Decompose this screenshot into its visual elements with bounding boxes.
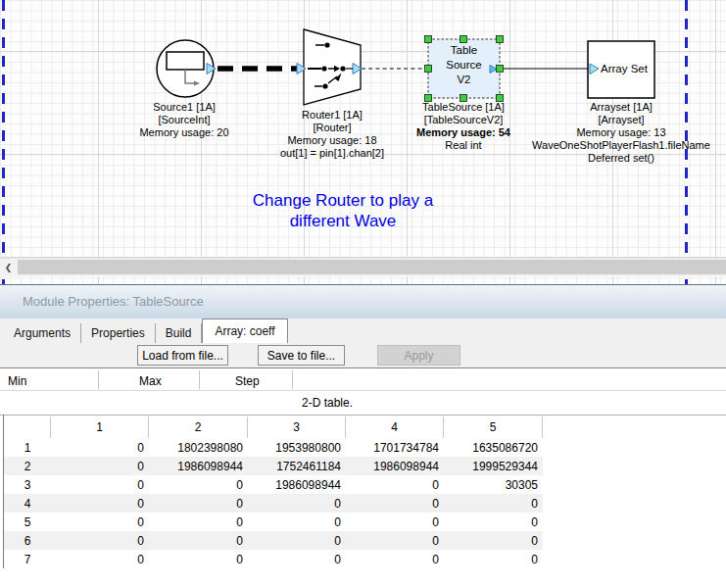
table-cell[interactable]: 1986098944 xyxy=(346,457,444,475)
properties-tabbar: Arguments Properties Build Array: coeff xyxy=(4,319,288,343)
scroll-left-button[interactable]: ❮ xyxy=(0,259,17,275)
min-label: Min xyxy=(8,374,26,388)
coeff-table-header: 1 2 3 4 5 xyxy=(4,416,543,438)
table-cell[interactable]: 0 xyxy=(51,513,149,531)
tablesource-body-label: Table Source V2 xyxy=(428,43,500,87)
apply-button[interactable]: Apply xyxy=(377,345,460,366)
column-header[interactable]: 4 xyxy=(346,416,444,438)
tab-properties[interactable]: Properties xyxy=(81,323,156,343)
row-header[interactable]: 4 xyxy=(4,494,51,513)
arrayset-body-label: Array Set xyxy=(601,62,652,76)
table-cell[interactable]: 0 xyxy=(444,494,543,513)
table-cell[interactable]: 1986098944 xyxy=(248,475,346,494)
table-row: 2019860989441752461184198609894419995293… xyxy=(4,457,543,475)
table-cell[interactable]: 0 xyxy=(346,494,444,513)
column-header[interactable]: 1 xyxy=(51,416,149,438)
table-cell[interactable]: 1999529344 xyxy=(444,457,543,475)
row-header[interactable]: 3 xyxy=(4,475,51,494)
table-cell[interactable]: 0 xyxy=(346,475,444,494)
corner-header-cell xyxy=(4,416,51,438)
table-cell[interactable]: 1635086720 xyxy=(444,438,543,457)
caption-line: Deferred set() xyxy=(513,152,726,165)
array-grid-area: Min Max Step 2-D table. 1 2 3 4 5 101802… xyxy=(0,368,726,588)
table-cell[interactable]: 0 xyxy=(248,531,346,550)
row-header[interactable]: 1 xyxy=(4,438,51,457)
row-header[interactable]: 6 xyxy=(4,531,51,550)
module-properties-body: Arguments Properties Build Array: coeff … xyxy=(0,318,726,588)
panel-title: Module Properties: TableSource xyxy=(23,294,204,309)
table-cell[interactable]: 0 xyxy=(149,475,248,494)
router1-block[interactable] xyxy=(297,29,362,105)
field-separator xyxy=(292,370,293,389)
grid-top-border xyxy=(0,415,726,416)
column-header[interactable]: 5 xyxy=(444,416,543,438)
table-cell[interactable]: 0 xyxy=(149,550,248,568)
table-cell[interactable]: 0 xyxy=(346,550,444,568)
max-label: Max xyxy=(139,374,162,388)
row-header[interactable]: 7 xyxy=(4,550,51,568)
canvas-annotation-text: Change Router to play a different Wave xyxy=(225,190,460,231)
table-cell[interactable]: 0 xyxy=(346,513,444,531)
table-cell[interactable]: 0 xyxy=(248,513,346,531)
table-row: 700000 xyxy=(4,550,543,568)
table-cell[interactable]: 0 xyxy=(248,494,346,513)
table-row: 500000 xyxy=(4,513,543,531)
column-header[interactable]: 2 xyxy=(149,416,248,438)
step-label: Step xyxy=(235,374,260,388)
field-separator xyxy=(199,370,200,389)
load-from-file-button[interactable]: Load from file... xyxy=(137,345,228,366)
tab-build[interactable]: Build xyxy=(156,323,203,343)
table-cell[interactable]: 1701734784 xyxy=(346,438,444,457)
table-cell[interactable]: 0 xyxy=(51,475,149,494)
table-row: 1018023980801953980800170173478416350867… xyxy=(4,438,543,457)
schematic-canvas[interactable]: Table Source V2 Array Set Source1 [1A] [… xyxy=(0,0,726,284)
table-row: 400000 xyxy=(4,494,543,513)
table-cell[interactable]: 0 xyxy=(51,438,149,457)
caption-line: Arrayset [1A] xyxy=(513,101,726,114)
source1-block[interactable] xyxy=(157,40,216,97)
field-underline xyxy=(0,390,726,391)
caption-line: [SourceInt] xyxy=(106,114,263,126)
tab-arguments[interactable]: Arguments xyxy=(4,323,81,343)
table-cell[interactable]: 0 xyxy=(444,550,543,568)
scrollbar-thumb[interactable] xyxy=(18,260,726,274)
table-cell[interactable]: 0 xyxy=(51,494,149,513)
table-cell[interactable]: 1802398080 xyxy=(149,438,248,457)
table-cell[interactable]: 0 xyxy=(444,513,543,531)
coeff-table-rows: 1018023980801953980800170173478416350867… xyxy=(4,438,543,568)
coeff-table: 1 2 3 4 5 101802398080195398080017017347… xyxy=(4,416,543,568)
field-separator xyxy=(98,370,99,389)
table-cell[interactable]: 0 xyxy=(248,550,346,568)
table-cell[interactable]: 0 xyxy=(149,494,248,513)
table-cell[interactable]: 0 xyxy=(51,531,149,550)
caption-line: WaveOneShotPlayerFlash1.fileName xyxy=(513,139,726,152)
table-cell[interactable]: 0 xyxy=(346,531,444,550)
column-header[interactable]: 3 xyxy=(248,416,346,438)
table-cell[interactable]: 0 xyxy=(149,513,248,531)
caption-line: [Arrayset] xyxy=(513,114,726,126)
table-dimension-note: 2-D table. xyxy=(302,396,353,410)
table-cell[interactable]: 1986098944 xyxy=(149,457,248,475)
table-row: 3001986098944030305 xyxy=(4,475,543,494)
table-cell[interactable]: 1752461184 xyxy=(248,457,346,475)
module-properties-header: Module Properties: TableSource xyxy=(0,284,726,318)
table-cell[interactable]: 30305 xyxy=(444,475,543,494)
caption-line: Memory usage: 20 xyxy=(106,126,263,139)
caption-line: Source1 [1A] xyxy=(106,101,263,114)
row-header[interactable]: 2 xyxy=(4,457,51,475)
caption-line: Memory usage: 13 xyxy=(513,126,726,139)
horizontal-scrollbar[interactable]: ❮ xyxy=(0,258,726,276)
app-window: Table Source V2 Array Set Source1 [1A] [… xyxy=(0,0,726,588)
row-header[interactable]: 5 xyxy=(4,513,51,531)
arrayset-caption: Arrayset [1A] [Arrayset] Memory usage: 1… xyxy=(513,101,726,165)
table-row: 600000 xyxy=(4,531,543,550)
source1-caption: Source1 [1A] [SourceInt] Memory usage: 2… xyxy=(106,101,263,139)
tab-array-coeff[interactable]: Array: coeff xyxy=(202,318,287,343)
table-cell[interactable]: 0 xyxy=(51,457,149,475)
table-cell[interactable]: 0 xyxy=(51,550,149,568)
table-cell[interactable]: 0 xyxy=(149,531,248,550)
table-cell[interactable]: 1953980800 xyxy=(248,438,346,457)
table-cell[interactable]: 0 xyxy=(444,531,543,550)
save-to-file-button[interactable]: Save to file... xyxy=(258,345,345,366)
